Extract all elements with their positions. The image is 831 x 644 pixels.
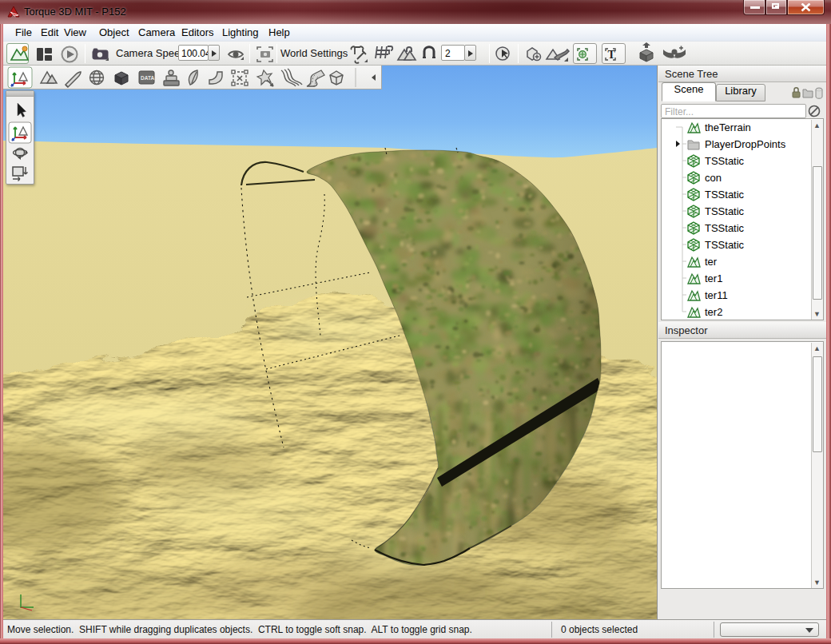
svg-text:DATA: DATA bbox=[141, 75, 154, 81]
svg-text:ter1: ter1 bbox=[705, 272, 722, 284]
svg-text:TSStatic: TSStatic bbox=[705, 239, 745, 251]
svg-text:TSStatic: TSStatic bbox=[705, 155, 745, 167]
svg-text:TSStatic: TSStatic bbox=[705, 189, 745, 201]
svg-text:ter11: ter11 bbox=[705, 289, 728, 301]
svg-text:theTerrain: theTerrain bbox=[705, 121, 751, 133]
svg-text:ter: ter bbox=[705, 256, 718, 268]
svg-text:con: con bbox=[705, 172, 722, 184]
svg-text:TSStatic: TSStatic bbox=[705, 222, 745, 234]
svg-text:PlayerDropPoints: PlayerDropPoints bbox=[705, 138, 786, 150]
svg-text:T: T bbox=[608, 49, 616, 61]
svg-text:TSStatic: TSStatic bbox=[705, 205, 745, 217]
svg-text:ter2: ter2 bbox=[705, 306, 722, 318]
